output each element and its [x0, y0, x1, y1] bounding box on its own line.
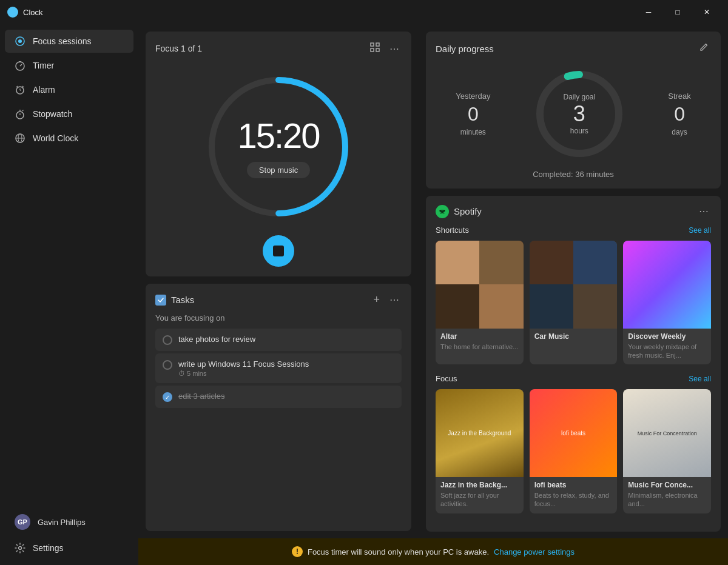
shortcuts-row: Altar The home for alternative... Car Mu…: [436, 241, 711, 364]
focus-card-title: Focus 1 of 1: [155, 44, 202, 53]
focus-card-actions: ⋯: [368, 41, 402, 56]
tasks-card: Tasks + ⋯ You are focusing on take photo…: [146, 284, 411, 531]
lofi-thumb: lofi beats: [530, 389, 618, 477]
playlist-card-jazz[interactable]: Jazz in the Background Jazz in the Backg…: [436, 389, 524, 513]
titlebar: Clock ─ □ ✕: [0, 0, 728, 24]
task-1-text: take photos for review: [178, 335, 394, 344]
tasks-actions: + ⋯: [371, 292, 402, 307]
left-panel: Focus 1 of 1 ⋯: [138, 24, 419, 538]
altar-name: Altar: [440, 332, 519, 341]
app-body: Focus sessions Timer: [0, 24, 728, 565]
world-clock-icon: [15, 133, 25, 144]
daily-goal-donut: Daily goal 3 hours: [531, 65, 628, 162]
playlist-card-car-music[interactable]: Car Music: [530, 241, 618, 364]
shortcuts-section-header: Shortcuts See all: [436, 226, 711, 235]
tasks-icon: [155, 295, 166, 306]
completed-text: Completed: 36 minutes: [436, 170, 711, 179]
add-task-button[interactable]: +: [371, 292, 382, 307]
playlist-card-lofi[interactable]: lofi beats lofi beats Beats to relax, st…: [530, 389, 618, 513]
warning-icon: !: [292, 546, 303, 557]
music-conc-info: Music For Conce... Minimalism, electroni…: [623, 477, 711, 509]
spotify-brand: Spotify: [436, 205, 482, 218]
task-2-checkbox[interactable]: [163, 360, 172, 370]
svg-line-9: [16, 86, 18, 87]
more-options-button[interactable]: ⋯: [387, 41, 402, 56]
streak-value: 0: [674, 103, 685, 125]
spotify-logo: [436, 205, 449, 218]
maximize-button[interactable]: □: [664, 2, 692, 22]
user-profile-row[interactable]: GP Gavin Phillips: [5, 508, 133, 536]
music-conc-thumb: Music For Concentration: [623, 389, 711, 477]
bottom-message: Focus timer will sound only when your PC…: [308, 547, 489, 557]
settings-icon: [15, 543, 25, 553]
shortcuts-label: Shortcuts: [436, 226, 469, 235]
spotify-header: Spotify ⋯: [436, 204, 711, 218]
streak-stat: Streak 0 days: [668, 92, 691, 136]
playlist-card-music-conc[interactable]: Music For Concentration Music For Conce.…: [623, 389, 711, 513]
sidebar-item-settings[interactable]: Settings: [5, 537, 133, 560]
progress-title: Daily progress: [436, 44, 494, 54]
edit-progress-button[interactable]: [696, 41, 711, 56]
music-conc-desc: Minimalism, electronica and...: [628, 491, 706, 509]
donut-center: Daily goal 3 hours: [564, 93, 596, 135]
focus-see-all[interactable]: See all: [689, 375, 711, 383]
alarm-icon: [15, 84, 25, 95]
focus-row: Jazz in the Background Jazz in the Backg…: [436, 389, 711, 513]
sidebar-item-focus-sessions[interactable]: Focus sessions: [5, 30, 133, 53]
completed-value: 36 minutes: [575, 170, 614, 179]
svg-point-18: [19, 547, 22, 550]
car-thumb: [530, 241, 618, 329]
spotify-more-button[interactable]: ⋯: [696, 204, 711, 218]
change-power-settings-link[interactable]: Change power settings: [494, 547, 575, 557]
task-1-checkbox[interactable]: [163, 335, 172, 345]
stop-session-button[interactable]: [263, 235, 294, 267]
content-area: Focus 1 of 1 ⋯: [138, 24, 728, 538]
sidebar: Focus sessions Timer: [0, 24, 138, 565]
user-avatar: GP: [15, 514, 30, 530]
stop-music-button[interactable]: Stop music: [247, 162, 310, 178]
discover-weekly-name: Discover Weekly: [628, 332, 706, 341]
playlist-card-discover-weekly[interactable]: Discover Weekly Your weekly mixtape of f…: [623, 241, 711, 364]
daily-goal-unit: hours: [570, 127, 588, 135]
sidebar-item-world-clock[interactable]: World Clock: [5, 127, 133, 150]
timer-display: 15:20 Stop music: [237, 115, 319, 178]
tasks-header: Tasks + ⋯: [155, 292, 402, 307]
daily-goal-value: 3: [573, 101, 585, 127]
lofi-info: lofi beats Beats to relax, study, and fo…: [530, 477, 618, 509]
playlist-card-altar[interactable]: Altar The home for alternative...: [436, 241, 524, 364]
jazz-thumb: Jazz in the Background: [436, 389, 524, 477]
tasks-more-button[interactable]: ⋯: [387, 292, 402, 307]
sidebar-item-alarm[interactable]: Alarm: [5, 78, 133, 101]
app-title: Clock: [23, 8, 635, 17]
svg-point-1: [18, 39, 22, 43]
spotify-name: Spotify: [454, 206, 482, 216]
expand-button[interactable]: [368, 41, 382, 56]
shortcuts-see-all[interactable]: See all: [689, 226, 711, 235]
sidebar-bottom: GP Gavin Phillips Settings: [0, 507, 138, 565]
stopwatch-label: Stopwatch: [33, 109, 72, 119]
bottom-bar: ! Focus timer will sound only when your …: [138, 538, 728, 565]
discover-thumb: [623, 241, 711, 329]
task-3-content: edit 3 articles: [178, 392, 394, 401]
task-1-content: take photos for review: [178, 335, 394, 344]
jazz-name: Jazz in the Backg...: [440, 481, 519, 489]
lofi-name: lofi beats: [534, 481, 613, 489]
sidebar-item-timer[interactable]: Timer: [5, 54, 133, 77]
settings-label: Settings: [33, 543, 64, 553]
alarm-label: Alarm: [33, 85, 55, 95]
focus-icon: [15, 36, 25, 47]
svg-rect-5: [19, 61, 21, 62]
focusing-on-text: You are focusing on: [155, 313, 402, 323]
tasks-title-row: Tasks: [155, 295, 194, 306]
right-panel: Daily progress Yesterday 0 minutes: [419, 24, 728, 538]
focus-card-header: Focus 1 of 1 ⋯: [155, 41, 402, 56]
progress-header: Daily progress: [436, 41, 711, 56]
daily-goal-label: Daily goal: [564, 93, 596, 101]
task-3-text: edit 3 articles: [178, 392, 394, 401]
sidebar-item-stopwatch[interactable]: Stopwatch: [5, 102, 133, 125]
close-button[interactable]: ✕: [693, 2, 721, 22]
focus-playlists-label: Focus: [436, 374, 457, 383]
task-3-checkbox[interactable]: [163, 392, 172, 402]
main-content: Focus 1 of 1 ⋯: [138, 24, 728, 565]
minimize-button[interactable]: ─: [635, 2, 662, 22]
